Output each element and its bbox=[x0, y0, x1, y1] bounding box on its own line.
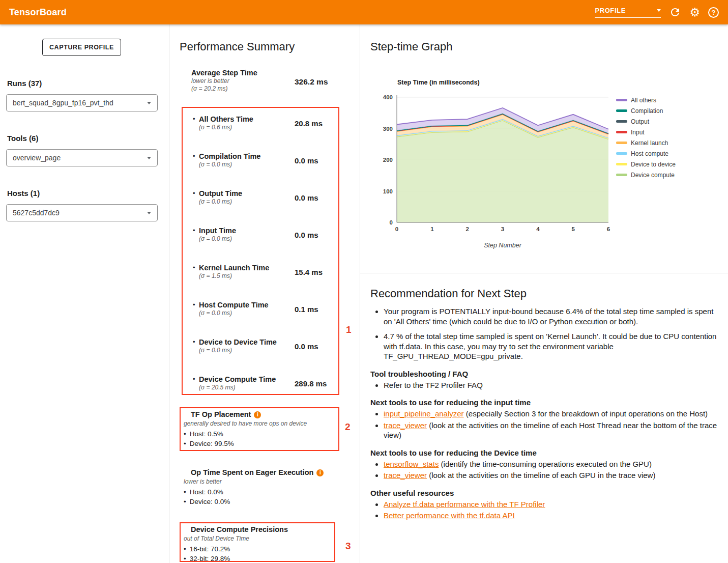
svg-text:300: 300 bbox=[383, 126, 393, 132]
chevron-down-icon bbox=[147, 102, 151, 104]
metric-sigma: (σ = 0.0 ms) bbox=[199, 198, 293, 206]
section-title-text: Op Time Spent on Eager Execution bbox=[191, 468, 313, 476]
svg-text:Output: Output bbox=[631, 118, 650, 125]
metric-sigma: (σ = 0.0 ms) bbox=[199, 161, 293, 168]
device-compute-precisions-note: out of Total Device Time bbox=[184, 535, 351, 543]
sidebar: CAPTURE PROFILE Runs (37) bert_squad_8gp… bbox=[0, 24, 169, 563]
list-item: 16-bit: 70.2% bbox=[184, 544, 351, 554]
tf-op-placement-section: TF Op Placementi generally desired to ha… bbox=[184, 410, 351, 448]
metric-value: 0.0 ms bbox=[295, 231, 318, 239]
metric-value: 20.8 ms bbox=[295, 119, 323, 128]
svg-text:3: 3 bbox=[501, 226, 504, 232]
area-device-compute bbox=[397, 121, 608, 222]
list-item: 32-bit: 29.8% bbox=[184, 554, 351, 563]
list-item: Device: 99.5% bbox=[184, 439, 351, 448]
recommendation-list: input_pipeline_analyzer (especially Sect… bbox=[370, 409, 719, 440]
svg-text:4: 4 bbox=[536, 226, 540, 232]
metric-label-block: Input Time(σ = 0.0 ms) bbox=[199, 226, 293, 243]
annotation-number-1: 1 bbox=[346, 324, 352, 335]
legend-item: Kernel launch bbox=[616, 139, 668, 147]
recommendation-item: input_pipeline_analyzer (especially Sect… bbox=[384, 409, 719, 419]
step-time-graph-panel: Step-time Graph Step Time (in millisecon… bbox=[360, 24, 728, 273]
runs-dropdown-value: bert_squad_8gpu_fp16_pvt_thd bbox=[13, 99, 113, 107]
section-title-text: Device Compute Precisions bbox=[191, 525, 288, 533]
svg-text:Device to device: Device to device bbox=[631, 161, 676, 168]
bullet: • bbox=[193, 189, 195, 197]
metric-sigma: (σ = 0.0 ms) bbox=[199, 309, 293, 317]
metric-label: Compilation Time bbox=[199, 152, 293, 161]
text-segment: (look at the activities on the timeline … bbox=[384, 421, 717, 440]
eager-execution-items: Host: 0.0%Device: 0.0% bbox=[184, 487, 351, 506]
annotation-number-3: 3 bbox=[345, 541, 351, 552]
recommendation-link[interactable]: Analyze tf.data performance with the TF … bbox=[384, 500, 545, 509]
recommendation-list: Refer to the TF2 Profiler FAQ bbox=[370, 380, 719, 390]
reload-icon[interactable] bbox=[669, 6, 681, 18]
metric-label: Device to Device Time bbox=[199, 337, 293, 347]
recommendation-item: Analyze tf.data performance with the TF … bbox=[384, 499, 719, 510]
svg-text:Input: Input bbox=[631, 129, 645, 136]
bullet: • bbox=[193, 115, 195, 123]
dashboard-selector[interactable]: PROFILE bbox=[595, 7, 661, 18]
recommendation-item: tensorflow_stats (identify the time-cons… bbox=[384, 459, 719, 469]
text-segment: Refer to the TF2 Profiler FAQ bbox=[384, 381, 483, 389]
tools-label: Tools (6) bbox=[7, 134, 38, 143]
svg-text:1: 1 bbox=[430, 226, 434, 232]
list-item: Device: 0.0% bbox=[184, 497, 351, 506]
recommendation-link[interactable]: trace_viewer bbox=[384, 471, 427, 480]
metric-row: •Kernel Launch Time(σ = 1.5 ms)15.4 ms bbox=[169, 263, 360, 294]
metric-label: Device Compute Time bbox=[199, 375, 293, 384]
average-step-time: Average Step Time lower is better (σ = 2… bbox=[191, 68, 288, 93]
metric-sigma: (σ = 20.5 ms) bbox=[199, 384, 293, 391]
step-time-graph-title: Step-time Graph bbox=[370, 40, 452, 53]
device-compute-precisions-items: 16-bit: 70.2%32-bit: 29.8% bbox=[184, 544, 351, 563]
tf-op-placement-note: generally desired to have more ops on de… bbox=[184, 420, 351, 428]
hosts-dropdown-value: 5627c5dd7dc9 bbox=[13, 209, 60, 217]
topbar-actions: PROFILE ⚙ ? bbox=[595, 6, 719, 18]
runs-dropdown[interactable]: bert_squad_8gpu_fp16_pvt_thd bbox=[6, 94, 158, 111]
metric-sigma: (σ = 0.6 ms) bbox=[199, 124, 293, 131]
recommendation-link[interactable]: input_pipeline_analyzer bbox=[384, 409, 464, 418]
dashboard-selector-value: PROFILE bbox=[595, 7, 626, 14]
info-icon[interactable]: i bbox=[316, 469, 324, 476]
bullet: • bbox=[193, 227, 195, 234]
text-segment: 4.7 % of the total step time sampled is … bbox=[384, 332, 716, 360]
chart-title: Step Time (in milliseconds) bbox=[397, 79, 480, 86]
svg-text:Device compute: Device compute bbox=[631, 172, 675, 179]
recommendation-sections: Tool troubleshooting / FAQRefer to the T… bbox=[370, 370, 719, 521]
help-icon[interactable]: ? bbox=[708, 7, 719, 18]
svg-text:0: 0 bbox=[390, 219, 393, 226]
recommendation-link[interactable]: Better performance with the tf.data API bbox=[384, 511, 515, 520]
device-compute-precisions-title: Device Compute Precisions bbox=[191, 525, 351, 534]
metric-value: 0.0 ms bbox=[295, 156, 318, 165]
chevron-down-icon bbox=[147, 157, 151, 159]
recommendation-item: trace_viewer (look at the activities on … bbox=[384, 420, 719, 440]
metric-label: Host Compute Time bbox=[199, 300, 293, 309]
svg-text:200: 200 bbox=[383, 157, 393, 163]
list-item: Host: 0.5% bbox=[184, 429, 351, 439]
metric-row: •Output Time(σ = 0.0 ms)0.0 ms bbox=[169, 189, 360, 219]
capture-profile-button[interactable]: CAPTURE PROFILE bbox=[42, 39, 121, 56]
info-icon[interactable]: i bbox=[254, 411, 261, 418]
bullet: • bbox=[193, 375, 195, 383]
eager-execution-section: Op Time Spent on Eager Executioni lower … bbox=[184, 468, 351, 506]
chevron-down-icon bbox=[147, 212, 151, 214]
hosts-dropdown[interactable]: 5627c5dd7dc9 bbox=[6, 204, 158, 221]
svg-text:5: 5 bbox=[571, 226, 575, 232]
recommendation-link[interactable]: trace_viewer bbox=[384, 421, 427, 430]
bullet: • bbox=[193, 301, 195, 308]
recommendation-link[interactable]: tensorflow_stats bbox=[384, 460, 439, 468]
metric-value: 15.4 ms bbox=[295, 268, 323, 276]
annotation-box-1 bbox=[182, 107, 339, 395]
performance-summary-panel: Performance Summary Average Step Time lo… bbox=[169, 24, 360, 563]
legend-item: Device compute bbox=[616, 172, 675, 179]
recommendation-item: Refer to the TF2 Profiler FAQ bbox=[384, 380, 719, 390]
metric-label: Input Time bbox=[199, 226, 293, 235]
app-title: TensorBoard bbox=[9, 7, 67, 18]
svg-text:400: 400 bbox=[383, 94, 393, 100]
tools-dropdown[interactable]: overview_page bbox=[6, 149, 158, 166]
recommendation-heading: Tool troubleshooting / FAQ bbox=[370, 370, 719, 378]
metric-label-block: Device to Device Time(σ = 0.0 ms) bbox=[199, 337, 293, 354]
settings-icon[interactable]: ⚙ bbox=[689, 6, 700, 18]
tools-dropdown-value: overview_page bbox=[13, 154, 61, 162]
metric-value: 0.1 ms bbox=[295, 305, 318, 314]
